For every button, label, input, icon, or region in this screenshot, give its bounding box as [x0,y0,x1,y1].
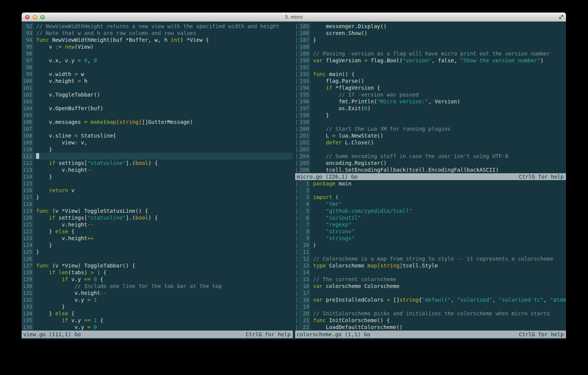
code-line: 105 [22,112,293,119]
split-divider: | [295,57,299,64]
code-line: |8 "strconv" [295,228,566,235]
line-number: 10 [299,242,310,248]
code-text: flag.Parse() [310,78,364,84]
split-divider: | [295,153,299,160]
code-text: } else { [33,310,74,317]
code-line: 106 v.messages = make(map[string][]Gutte… [22,119,293,125]
diagonal-resize-arrows-icon[interactable] [558,14,564,20]
code-line: |203 [295,146,566,153]
line-number: 116 [22,187,33,194]
code-line: |202 defer L.Close() [295,139,566,146]
code-line: 131 v.height-- [22,290,293,296]
code-line: 104 v.OpenBuffer(buf) [22,105,293,112]
code-area-micro-go[interactable]: |185 messenger.Display()|186 screen.Show… [295,23,566,173]
line-number: 203 [299,146,310,153]
code-line: 92// NewViewWidthHeight returns a new vi… [22,23,293,30]
minimize-button[interactable] [33,15,37,19]
status-file-info: view.go (111,1) Go [23,331,81,338]
line-number: 189 [299,50,310,57]
code-text: func NewViewWidthHeight(buf *Buffer, w, … [33,36,209,43]
close-button[interactable] [25,15,30,19]
code-line: |14 [295,269,566,276]
line-number: 134 [22,310,33,317]
split-divider: | [295,84,299,91]
code-line: |191 [295,64,566,71]
code-text: v.height++ [33,235,94,242]
code-text: package main [310,180,351,187]
split-divider: | [295,132,299,139]
code-line: |192func main() { [295,71,566,78]
line-number: 204 [299,153,310,160]
line-number: 201 [299,132,310,139]
split-divider: | [295,160,299,166]
code-text: return v [33,187,74,194]
split-divider: | [295,105,299,112]
line-number: 185 [299,23,310,30]
split-divider: | [295,78,299,84]
line-number: 114 [22,173,33,180]
code-text: if settings["statusline"].(bool) { [33,160,158,166]
code-line: |198 } [295,112,566,119]
code-text: fmt.Println("Micro version:", Version) [310,98,460,105]
split-divider: | [295,64,299,71]
line-number: 118 [22,201,33,207]
code-text: v.OpenBuffer(buf) [33,105,103,112]
code-line: 112 if settings["statusline"].(bool) { [22,160,293,166]
line-number: 1 [299,180,310,187]
line-number: 111 [22,153,33,160]
code-area-colorscheme-go[interactable]: |1package main|2|3import (|4 "fmt"|5 "gi… [295,180,566,331]
code-line: 125} [22,248,293,255]
line-number: 192 [299,71,310,78]
line-number: 4 [299,201,310,207]
code-text: if settings["statusline"].(bool) { [33,214,158,221]
code-line: 133 } [22,303,293,310]
code-line: 119func (v *View) ToggleStatusLine() { [22,207,293,214]
editor-pane-view-go[interactable]: 92// NewViewWidthHeight returns a new vi… [22,23,293,338]
line-number: 17 [299,290,310,296]
code-text: "strconv" [310,228,355,235]
code-line: 115 [22,180,293,187]
code-text [33,112,36,119]
line-number: 3 [299,194,310,201]
code-text: func (v *View) ToggleStatusLine() { [33,207,148,214]
line-number: 135 [22,317,33,324]
code-text: } [33,146,52,153]
code-line: |10) [295,242,566,248]
code-line: 117} [22,194,293,201]
status-file-info: colorscheme.go (1,1) Go [297,331,370,338]
code-line: 120 if settings["statusline"].(bool) { [22,214,293,221]
code-line: |187} [295,36,566,43]
line-number: 14 [299,269,310,276]
code-line: 96 [22,50,293,57]
code-line: 111 [22,153,293,160]
code-text [310,146,313,153]
code-area-view-go[interactable]: 92// NewViewWidthHeight returns a new vi… [22,23,293,331]
line-number: 100 [22,78,33,84]
line-number: 128 [22,269,33,276]
code-line: |20// InitColorscheme picks and initiali… [295,310,566,317]
code-line: |193 flag.Parse() [295,78,566,84]
code-text: type Colorscheme map[string]tcell.Style [310,262,438,269]
line-number: 9 [299,235,310,242]
line-number: 94 [22,36,33,43]
code-text: v.ToggleTabbar() [33,91,100,98]
code-line: |196 fmt.Println("Micro version:", Versi… [295,98,566,105]
zoom-button[interactable] [40,15,45,19]
code-line: |195 // If -version was passed [295,91,566,98]
line-number: 191 [299,64,310,71]
code-text [33,125,36,132]
split-divider: | [295,119,299,125]
code-line: 102 v.ToggleTabbar() [22,91,293,98]
line-number: 95 [22,43,33,50]
line-number: 130 [22,283,33,290]
code-text: func (v *View) ToggleTabbar() { [33,262,135,269]
line-number: 131 [22,290,33,296]
code-text: "regexp" [310,221,351,228]
code-text [310,303,313,310]
status-file-info: micro.go (226,1) Go [297,173,357,180]
window-title-bar[interactable]: 5. micro [22,13,566,22]
line-number: 93 [22,30,33,36]
code-line: 124 } [22,242,293,248]
line-number: 22 [299,324,310,331]
split-divider: | [295,43,299,50]
